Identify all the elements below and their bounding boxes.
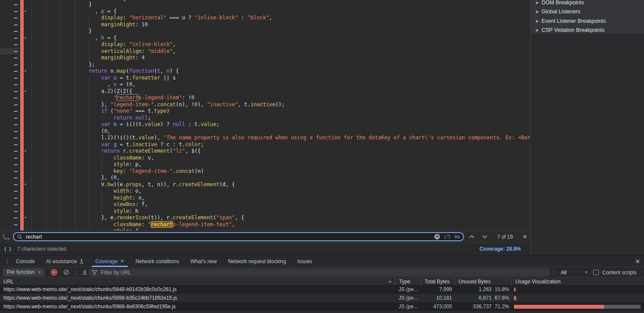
code-line[interactable]: width: o, — [0, 188, 530, 195]
code-text: } — [0, 28, 92, 35]
unused-bytes-cell: 1,26315.8% — [455, 285, 511, 294]
beaker-icon — [79, 259, 84, 264]
close-drawer-icon[interactable]: ✕ — [635, 258, 640, 265]
column-header-usage-visualization[interactable]: Usage Visualization — [511, 278, 644, 285]
code-text: height: o, — [0, 195, 145, 202]
column-header-total-bytes[interactable]: Total Bytes — [421, 278, 455, 285]
code-line[interactable]: style: p, — [0, 161, 530, 168]
unused-bytes-cell: 336,73771.2% — [455, 302, 511, 311]
export-coverage-icon[interactable] — [82, 269, 88, 275]
search-input[interactable] — [26, 234, 434, 240]
code-line[interactable]: return null; — [0, 115, 530, 122]
type-filter-select[interactable]: All ▼ — [561, 267, 588, 278]
next-match-icon[interactable] — [482, 235, 487, 238]
code-editor[interactable]: marginLeft: 4}▼ , p = { display: "horizo… — [0, 0, 530, 230]
code-line[interactable]: display: "horizontal" === u ? "inline-bl… — [0, 15, 530, 21]
code-text: a.Z)(Z(Z({ — [0, 88, 132, 95]
sort-ascending-icon: ▲ — [388, 279, 392, 283]
code-line[interactable]: height: o, — [0, 195, 530, 202]
column-header-unused-bytes[interactable]: Unused Bytes — [455, 278, 511, 285]
previous-match-icon[interactable] — [469, 235, 474, 238]
sidebar-item-dom-breakpoints[interactable]: ▶DOM Breakpoints — [531, 0, 644, 7]
total-bytes-cell: 118,130 — [421, 311, 455, 313]
match-count: 7 of 19 — [495, 234, 515, 240]
code-line[interactable]: ▼return n.map(function(t, n) { — [0, 68, 530, 75]
code-line[interactable]: "recharts-legend-item": !0 — [0, 95, 530, 101]
code-line[interactable]: ▼ V.bw)(e.props, t, n)), r.createElement… — [0, 181, 530, 188]
code-line[interactable]: viewBox: f, — [0, 201, 530, 208]
coverage-percent-link[interactable]: Coverage: 28.8% — [480, 246, 521, 252]
chevron-down-icon: ▼ — [38, 270, 41, 274]
sidebar-item-label: DOM Breakpoints — [542, 0, 584, 6]
tab-ai-assistance[interactable]: AI assistance — [40, 256, 90, 267]
tab-console[interactable]: Console — [10, 256, 40, 267]
code-line[interactable]: }, "legend-item-".concat(n), !0), "inact… — [0, 101, 530, 108]
match-case-toggle-icon[interactable]: Aa — [455, 234, 460, 239]
column-header-type[interactable]: Type — [395, 278, 421, 285]
code-line[interactable]: verticalAlign: "middle", — [0, 48, 530, 55]
column-header-url[interactable]: URL▲ — [0, 278, 395, 285]
record-coverage-button[interactable] — [51, 269, 57, 276]
tab-what-s-new[interactable]: What's new — [185, 256, 223, 267]
pretty-print-icon[interactable]: { } — [4, 246, 12, 252]
code-line[interactable]: var m = i()(t.value) ? null : t.value; — [0, 121, 530, 128]
code-line[interactable]: key: "legend-item-".concat(n) — [0, 168, 530, 175]
coverage-scope-select[interactable]: Per function ▼ — [3, 268, 45, 276]
code-text: return r.createElement("li", $({ — [0, 148, 201, 155]
code-line[interactable]: className: "recharts-legend-item-text", — [0, 221, 530, 228]
code-text: "recharts-legend-item": !0 — [0, 95, 195, 101]
usage-visualization-cell — [511, 285, 644, 294]
code-text: verticalAlign: "middle", — [0, 48, 176, 55]
code-line[interactable]: }, (0, — [0, 175, 530, 181]
code-line[interactable]: style: h — [0, 208, 530, 215]
code-line[interactable]: ▼ }, e.renderIcon(t)), r.createElement("… — [0, 215, 530, 221]
tab-network-request-blocking[interactable]: Network request blocking — [223, 256, 292, 267]
code-line[interactable]: display: "inline-block", — [0, 41, 530, 48]
code-line[interactable]: l.Z)(!i()(t.value), 'The name property i… — [0, 135, 530, 141]
code-line[interactable]: ▼ , p = { — [0, 8, 530, 15]
code-line[interactable]: } — [0, 28, 530, 35]
code-line[interactable]: var g = t.inactive ? c : t.color; — [0, 141, 530, 148]
clear-coverage-icon[interactable] — [63, 269, 69, 275]
total-bytes-cell: 7,999 — [421, 285, 455, 294]
usage-bar — [514, 305, 641, 309]
search-icon — [17, 234, 22, 239]
table-row[interactable]: https://www.web-memo.site/_next/static/c… — [0, 311, 644, 313]
code-line[interactable]: , v = (0, — [0, 81, 530, 88]
sidebar-item-event-listener-breakpoints[interactable]: ▶Event Listener Breakpoints — [531, 16, 644, 26]
sources-panel: marginLeft: 4}▼ , p = { display: "horizo… — [0, 0, 530, 255]
code-line[interactable]: ▼ , h = { — [0, 35, 530, 42]
code-line[interactable]: }; — [0, 61, 530, 68]
close-find-bar-icon[interactable]: ✕ — [523, 233, 527, 240]
table-row[interactable]: https://www.web-memo.site/_next/static/c… — [0, 302, 644, 311]
tab-coverage[interactable]: Coverage✕ — [90, 256, 130, 267]
sidebar-item-csp-violation-breakpoints[interactable]: ▶CSP Violation Breakpoints — [531, 26, 644, 35]
tab-issues[interactable]: Issues — [291, 256, 318, 267]
code-line[interactable]: marginRight: 4 — [0, 55, 530, 61]
code-line[interactable]: ▼ a.Z)(Z(Z({ — [0, 88, 530, 95]
code-text: }; — [0, 61, 95, 68]
code-line[interactable]: className: v, — [0, 155, 530, 162]
code-line[interactable]: var u = t.formatter || s — [0, 75, 530, 82]
table-row[interactable]: https://www.web-memo.site/_next/static/c… — [0, 294, 644, 302]
clear-search-icon[interactable]: ✕ — [434, 234, 440, 239]
tab-network-conditions[interactable]: Network conditions — [130, 256, 185, 267]
sidebar-item-global-listeners[interactable]: ▶Global Listeners — [531, 7, 644, 17]
close-tab-icon[interactable]: ✕ — [120, 258, 124, 264]
code-line[interactable]: (0, — [0, 128, 530, 135]
replace-toggle-icon[interactable]: A B — [2, 233, 11, 240]
url-filter-pill — [88, 268, 550, 276]
filter-by-url-input[interactable] — [101, 270, 547, 276]
code-line[interactable]: if ("none" === t.type) — [0, 108, 530, 115]
code-text: var g = t.inactive ? c : t.color; — [0, 141, 204, 148]
regex-toggle-icon[interactable]: (.*) — [444, 234, 450, 239]
usage-visualization-cell — [511, 311, 644, 313]
code-line[interactable]: ▼ return r.createElement("li", $({ — [0, 148, 530, 155]
content-scripts-checkbox[interactable] — [593, 270, 599, 275]
code-line[interactable]: } — [0, 1, 530, 8]
code-line[interactable]: marginRight: 10 — [0, 21, 530, 28]
code-text: , p = { — [0, 8, 117, 15]
more-tabs-icon[interactable]: ⋮ — [4, 258, 10, 264]
table-row[interactable]: https://www.web-memo.site/_next/static/c… — [0, 285, 644, 294]
code-text: var u = t.formatter || s — [0, 75, 176, 82]
